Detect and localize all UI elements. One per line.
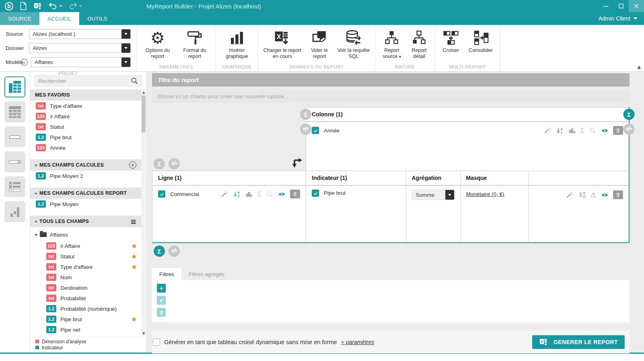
table-view-button[interactable]	[4, 101, 25, 122]
section-mes-favoris[interactable]: MES FAVORIS	[30, 89, 141, 101]
pipe-brut-checkbox[interactable]	[312, 190, 319, 197]
user-menu[interactable]: Admin Client	[599, 12, 644, 25]
section-champs-calcules[interactable]: ▾ MES CHAMPS CALCULES +	[30, 159, 141, 171]
visibility-eye-icon[interactable]	[601, 127, 609, 134]
swap-axes-icon[interactable]	[292, 157, 303, 169]
collapse-caret-icon[interactable]: ▾	[35, 219, 37, 224]
field-item[interactable]: 1.2 Pipe brut	[30, 132, 141, 142]
collapse-caret-icon[interactable]: ▾	[35, 191, 37, 196]
masque-link[interactable]: Monétaire (0, €)	[466, 191, 504, 197]
edit-filter-button[interactable]	[157, 296, 166, 305]
field-item[interactable]: 1.2 Probabilité (numérique) ★	[30, 303, 141, 314]
add-filter-button[interactable]	[157, 284, 166, 293]
list-view-button[interactable]	[4, 176, 25, 197]
tab-filtres[interactable]: Filtres	[152, 268, 181, 280]
magic-wand-icon[interactable]	[566, 191, 574, 199]
delete-field-icon[interactable]	[290, 190, 300, 198]
tab-source[interactable]: SOURCE	[0, 12, 39, 25]
subtotal-sigma-icon[interactable]: Σ	[580, 127, 584, 134]
options-du-report-button[interactable]: ⚙ Options du report	[139, 27, 176, 60]
format-du-report-button[interactable]: Format du report	[176, 27, 213, 60]
croiser-button[interactable]: Croiser	[438, 27, 464, 54]
field-item[interactable]: txt Statut	[30, 122, 141, 132]
warning-icon[interactable]: ⚠	[591, 191, 597, 199]
field-item[interactable]: 123 Année	[30, 142, 141, 153]
sort-az-icon[interactable]	[233, 190, 241, 198]
tab-accueil[interactable]: ACCUEIL	[39, 12, 79, 25]
redo-dropdown-icon[interactable]	[79, 5, 82, 7]
section-tous-les-champs[interactable]: ▾ TOUS LES CHAMPS ≡	[30, 216, 141, 227]
ribbon-collapse-icon[interactable]: ▲	[638, 64, 641, 70]
visibility-eye-icon[interactable]	[278, 190, 286, 198]
scroll-down-icon[interactable]: ▼	[142, 330, 145, 336]
search-input[interactable]	[38, 78, 130, 84]
charger-report-button[interactable]: Charger le report en cours	[261, 27, 304, 60]
search-icon[interactable]	[130, 77, 138, 85]
vider-report-button[interactable]: Vider le report	[304, 27, 335, 60]
field-list-scrollbar[interactable]: ▲ ▼	[141, 89, 146, 336]
zoom-field-icon[interactable]	[589, 127, 597, 134]
field-item[interactable]: 123 # Affaire ★	[30, 241, 141, 251]
inserer-graphique-button[interactable]: Insérer graphique	[218, 27, 255, 60]
scrollbar-thumb[interactable]	[142, 95, 146, 132]
modele-select[interactable]: Affaires	[31, 57, 131, 67]
pivot-format-checkbox[interactable]	[153, 338, 160, 346]
collapse-caret-icon[interactable]: ▾	[35, 163, 37, 167]
field-item[interactable]: 1.2 Pipe net ★	[30, 324, 141, 335]
report-source-button[interactable]: Report source ▾	[378, 27, 406, 60]
voir-requete-sql-button[interactable]: Voir la requête SQL	[335, 27, 372, 60]
field-item[interactable]: 1.2 Pipe Moyen	[30, 199, 141, 209]
generate-report-button[interactable]: GENERER LE REPORT	[532, 335, 625, 349]
maximize-button[interactable]	[613, 0, 629, 12]
colonne-total-sigma-toggle[interactable]: Σ	[300, 109, 311, 120]
subtotal-sigma-icon[interactable]: Σ	[257, 190, 261, 198]
sort-az-icon[interactable]	[556, 127, 564, 134]
magic-wand-icon[interactable]	[544, 127, 552, 134]
ligne-panel[interactable]: Ligne (1) Commercial Σ	[152, 171, 306, 242]
ranking-icon[interactable]	[568, 127, 576, 134]
grand-total-evolution-toggle[interactable]	[623, 124, 635, 135]
field-item[interactable]: txt Nom ★	[30, 272, 141, 283]
calculation-options-icon[interactable]	[578, 191, 586, 199]
rupture-drop-zone[interactable]: Glisser ici un champ pour créer une nouv…	[152, 89, 630, 103]
parameters-link[interactable]: + paramètres	[341, 339, 374, 345]
consolider-button[interactable]: Consolider	[464, 27, 497, 54]
scroll-up-icon[interactable]: ▲	[142, 89, 145, 95]
excel-export-button[interactable]	[33, 2, 43, 11]
favorite-star-icon[interactable]: ★	[131, 263, 137, 271]
ligne-top-sigma-toggle[interactable]: Σ	[154, 158, 165, 169]
field-item[interactable]: 1.2 Pipe Moyen 2	[30, 171, 141, 181]
fields-menu-icon[interactable]: ≡	[130, 217, 136, 226]
close-button[interactable]	[629, 0, 644, 12]
add-calculated-field-icon[interactable]: +	[129, 161, 136, 169]
visibility-eye-icon[interactable]	[601, 191, 609, 199]
field-item[interactable]: txt Type d'affaire ★	[30, 262, 141, 272]
colonne-evolution-toggle[interactable]	[300, 124, 311, 135]
minimize-button[interactable]	[598, 0, 613, 12]
report-title-bar[interactable]: Titre du report	[152, 73, 630, 87]
info-icon[interactable]: i	[21, 59, 28, 66]
magic-wand-icon[interactable]	[221, 190, 229, 198]
colonne-panel[interactable]: Colonne (1) Année Σ	[306, 107, 629, 171]
delete-field-icon[interactable]	[613, 190, 623, 199]
folder-affaires[interactable]: ▾ Affaires	[30, 229, 141, 241]
undo-button[interactable]	[48, 1, 62, 11]
dossier-select-arrow-icon[interactable]	[121, 43, 130, 53]
zoom-field-icon[interactable]	[266, 190, 274, 198]
filters-content[interactable]	[152, 280, 630, 322]
indicateur-field-row[interactable]: Pipe brut	[306, 186, 406, 242]
favorite-star-icon[interactable]: ★	[131, 315, 137, 323]
field-item[interactable]: txt Destination ★	[30, 283, 141, 293]
pivot-view-button[interactable]	[4, 76, 25, 97]
section-champs-calcules-report[interactable]: ▾ MES CHAMPS CALCULES REPORT	[30, 188, 141, 199]
cell-view-button[interactable]	[4, 126, 25, 147]
redo-button[interactable]	[68, 1, 82, 11]
field-item[interactable]: txt Probabilité ★	[30, 293, 141, 303]
delete-filter-button[interactable]	[157, 308, 166, 317]
indicateur-panel[interactable]: Indicateur (1) Agrégation Masque Pipe br…	[306, 171, 629, 242]
annee-checkbox[interactable]	[312, 127, 319, 134]
dossier-select[interactable]: Alizes	[29, 43, 131, 53]
ranking-icon[interactable]	[245, 190, 253, 198]
ligne-total-sigma-toggle[interactable]: Σ	[154, 245, 165, 257]
chart-view-button[interactable]	[4, 201, 25, 222]
